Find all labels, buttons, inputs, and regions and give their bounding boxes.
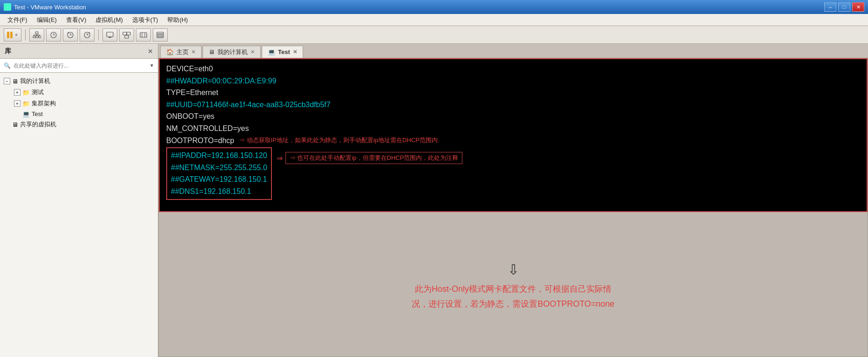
folder-icon-cluster: 📁: [22, 100, 30, 107]
menu-tabs[interactable]: 选项卡(T): [128, 15, 163, 25]
svg-rect-21: [123, 32, 127, 35]
svg-rect-2: [35, 32, 38, 34]
maximize-button[interactable]: □: [838, 2, 850, 12]
sidebar-close-button[interactable]: ✕: [148, 48, 153, 55]
menu-help[interactable]: 帮助(H): [163, 15, 192, 25]
test-tab-close[interactable]: ✕: [293, 49, 297, 55]
svg-rect-3: [33, 36, 35, 38]
tab-bar: 🏠 主页 ✕ 🖥 我的计算机 ✕ 💻 Test ✕: [158, 44, 868, 58]
tab-home[interactable]: 🏠 主页 ✕: [160, 46, 202, 58]
tree-expand-mycomputer[interactable]: −: [4, 78, 10, 84]
menu-file[interactable]: 文件(F): [3, 15, 32, 25]
title-bar-text: Test - VMware Workstation: [14, 4, 86, 11]
bootproto-annotation: ⇒ 动态获取IP地址，如果此处为静态，则手动配置ip地址需在DHCP范围内: [239, 136, 438, 144]
computer-icon: 🖥: [12, 78, 18, 85]
snapshot-button[interactable]: [46, 28, 61, 41]
snapshot-forward-button[interactable]: [80, 28, 95, 41]
pause-button[interactable]: ▼: [4, 28, 21, 41]
sidebar-title: 库: [5, 47, 11, 55]
network-button[interactable]: [29, 28, 44, 41]
tree-item-mycomputer[interactable]: − 🖥 我的计算机: [0, 76, 158, 87]
svg-rect-19: [107, 32, 113, 37]
menu-vm[interactable]: 虚拟机(M): [91, 15, 128, 25]
pause-dropdown-arrow[interactable]: ▼: [14, 33, 19, 37]
down-arrow-icon: ⇩: [508, 261, 519, 278]
tab-test[interactable]: 💻 Test ✕: [262, 46, 303, 58]
ip-annotation: ⇒ 也可在此处手动配置ip，但需要在DHCP范围内，此处为注释: [285, 152, 463, 164]
vm-icon-test: 💻: [22, 110, 30, 117]
tree-item-cluster[interactable]: + 📁 集群架构: [0, 98, 158, 109]
svg-rect-20: [108, 37, 111, 38]
svg-rect-24: [140, 33, 147, 37]
test-tab-icon: 💻: [268, 48, 275, 55]
term-line-2: ##HWADDR=00:0C:29:DA:E9:99: [166, 75, 860, 87]
search-bar: 🔍 ▼: [0, 59, 158, 73]
ip-block-row: ##IPADDR=192.168.150.120 ##NETMASK=255.2…: [166, 147, 860, 199]
home-tab-label: 主页: [176, 48, 189, 56]
tree-item-test-folder[interactable]: + 📁 测试: [0, 87, 158, 98]
search-icon: 🔍: [4, 62, 11, 69]
lower-text-line1: 此为Host-Only模式网卡配置文件，可根据自己实际情: [415, 281, 611, 296]
minimize-button[interactable]: –: [824, 2, 836, 12]
term-line-5: ONBOOT=yes: [166, 110, 860, 123]
gap-section: [159, 212, 868, 217]
menu-bar: 文件(F) 编辑(E) 查看(V) 虚拟机(M) 选项卡(T) 帮助(H): [0, 14, 868, 26]
toolbar-sep-2: [98, 29, 99, 41]
close-button[interactable]: ✕: [852, 2, 864, 12]
search-dropdown-arrow[interactable]: ▼: [149, 63, 154, 68]
shared-vm-icon: 🖥: [12, 121, 18, 128]
bootproto-text: BOOTPROTO=dhcp: [166, 135, 234, 147]
gateway-line: ##GATEWAY=192.168.150.1: [171, 173, 267, 185]
term-line-1: DEVICE=eth0: [166, 63, 860, 75]
menu-edit[interactable]: 编辑(E): [32, 15, 61, 25]
tree-area: − 🖥 我的计算机 + 📁 测试 + 📁 集群架构: [0, 73, 158, 357]
pause-bar-right: [10, 32, 13, 38]
mycomputer-tab-close[interactable]: ✕: [251, 49, 255, 55]
lower-annotation: ⇩ 此为Host-Only模式网卡配置文件，可根据自己实际情 况，进行设置，若为…: [159, 217, 868, 357]
snapshot-manager-button[interactable]: [153, 28, 168, 41]
title-bar: Test - VMware Workstation – □ ✕: [0, 0, 868, 14]
bootproto-row: BOOTPROTO=dhcp ⇒ 动态获取IP地址，如果此处为静态，则手动配置i…: [166, 135, 860, 147]
svg-rect-0: [5, 5, 10, 9]
svg-rect-22: [127, 32, 130, 35]
tree-label-mycomputer: 我的计算机: [20, 77, 50, 85]
menu-view[interactable]: 查看(V): [61, 15, 91, 25]
svg-rect-5: [39, 36, 41, 38]
title-bar-left: Test - VMware Workstation: [4, 3, 86, 11]
full-screen-button[interactable]: [102, 28, 117, 41]
tree-item-shared[interactable]: 🖥 共享的虚拟机: [0, 119, 158, 130]
ip-annotation-row: ⇒ ⇒ 也可在此处手动配置ip，但需要在DHCP范围内，此处为注释: [277, 152, 463, 164]
home-tab-close[interactable]: ✕: [191, 49, 196, 55]
tree-expand-cluster[interactable]: +: [14, 100, 20, 107]
vm-app-icon: [4, 3, 11, 11]
mycomputer-tab-label: 我的计算机: [217, 48, 248, 56]
content-area: 🏠 主页 ✕ 🖥 我的计算机 ✕ 💻 Test ✕: [158, 44, 868, 357]
toolbar-sep-1: [25, 29, 26, 41]
terminal-red-border: DEVICE=eth0 ##HWADDR=00:0C:29:DA:E9:99 T…: [159, 58, 868, 212]
sidebar: 库 ✕ 🔍 ▼ − 🖥 我的计算机 + 📁 测试: [0, 44, 158, 357]
unity-button[interactable]: [119, 28, 134, 41]
snapshot-back-button[interactable]: [63, 28, 78, 41]
ip-arrow: ⇒: [277, 154, 283, 163]
mycomputer-tab-icon: 🖥: [209, 48, 215, 55]
tree-expand-ceshi[interactable]: +: [14, 89, 20, 96]
term-line-6: NM_CONTROLLED=yes: [166, 123, 860, 135]
lower-text-line2: 况，进行设置，若为静态，需设置BOOTPROTO=none: [412, 296, 614, 311]
svg-rect-23: [125, 35, 129, 38]
tree-item-test-vm[interactable]: 💻 Test: [0, 109, 158, 119]
toolbar: ▼: [0, 26, 868, 44]
svg-rect-1: [6, 9, 9, 10]
svg-rect-29: [158, 34, 163, 37]
netmask-line: ##NETMASK=255.255.255.0: [171, 162, 267, 174]
screen-container: DEVICE=eth0 ##HWADDR=00:0C:29:DA:E9:99 T…: [159, 58, 868, 357]
tree-label-test: Test: [32, 110, 43, 117]
tab-mycomputer[interactable]: 🖥 我的计算机 ✕: [203, 46, 261, 58]
vm-screen[interactable]: DEVICE=eth0 ##HWADDR=00:0C:29:DA:E9:99 T…: [158, 58, 868, 357]
ip-block: ##IPADDR=192.168.150.120 ##NETMASK=255.2…: [166, 147, 272, 199]
search-input[interactable]: [14, 62, 147, 69]
title-bar-buttons: – □ ✕: [824, 2, 864, 12]
tree-label-cluster: 集群架构: [32, 99, 56, 108]
stretch-button[interactable]: [136, 28, 151, 41]
main-layout: 库 ✕ 🔍 ▼ − 🖥 我的计算机 + 📁 测试: [0, 44, 868, 357]
svg-rect-4: [36, 36, 38, 38]
